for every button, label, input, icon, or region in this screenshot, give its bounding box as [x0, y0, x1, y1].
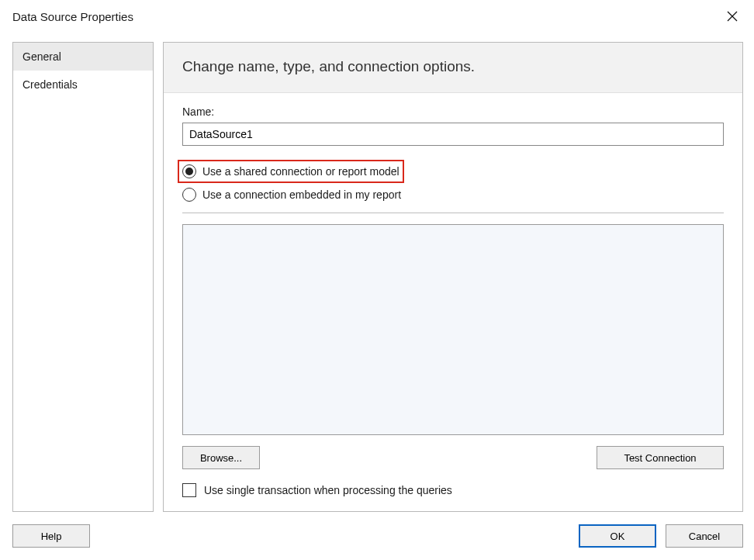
sidebar-item-label: General: [22, 50, 61, 63]
close-button[interactable]: [721, 5, 743, 27]
sidebar: General Credentials: [12, 42, 154, 512]
panel-header: Change name, type, and connection option…: [164, 43, 742, 93]
radio-icon: [182, 164, 196, 178]
cancel-button[interactable]: Cancel: [666, 524, 743, 548]
main-panel: Change name, type, and connection option…: [163, 42, 743, 512]
radio-label: Use a shared connection or report model: [202, 165, 399, 178]
radio-label: Use a connection embedded in my report: [202, 188, 401, 201]
window-title: Data Source Properties: [12, 10, 133, 23]
checkbox-label: Use single transaction when processing t…: [204, 484, 452, 496]
help-button[interactable]: Help: [12, 524, 90, 548]
browse-row: Browse... Test Connection: [182, 446, 724, 469]
sidebar-item-general[interactable]: General: [13, 43, 153, 71]
separator: [182, 213, 724, 213]
titlebar: Data Source Properties: [0, 0, 754, 33]
panel-body: Name: Use a shared connection or report …: [164, 93, 742, 511]
test-connection-button[interactable]: Test Connection: [597, 446, 724, 469]
radio-shared-connection[interactable]: Use a shared connection or report model: [178, 160, 404, 183]
close-icon: [727, 11, 738, 22]
connection-type-group: Use a shared connection or report model …: [182, 160, 724, 205]
ok-button[interactable]: OK: [579, 524, 656, 548]
radio-embedded-connection[interactable]: Use a connection embedded in my report: [182, 185, 724, 205]
connection-list[interactable]: [182, 224, 724, 435]
footer-right: OK Cancel: [579, 524, 743, 548]
name-input[interactable]: [182, 123, 724, 146]
name-label: Name:: [182, 105, 724, 118]
content-area: General Credentials Change name, type, a…: [12, 42, 743, 512]
browse-button[interactable]: Browse...: [182, 446, 260, 469]
dialog-footer: Help OK Cancel: [12, 523, 743, 549]
sidebar-item-credentials[interactable]: Credentials: [13, 71, 153, 99]
checkbox-icon: [182, 483, 196, 497]
sidebar-item-label: Credentials: [22, 78, 78, 91]
single-transaction-checkbox[interactable]: Use single transaction when processing t…: [182, 483, 724, 497]
radio-icon: [182, 188, 196, 202]
